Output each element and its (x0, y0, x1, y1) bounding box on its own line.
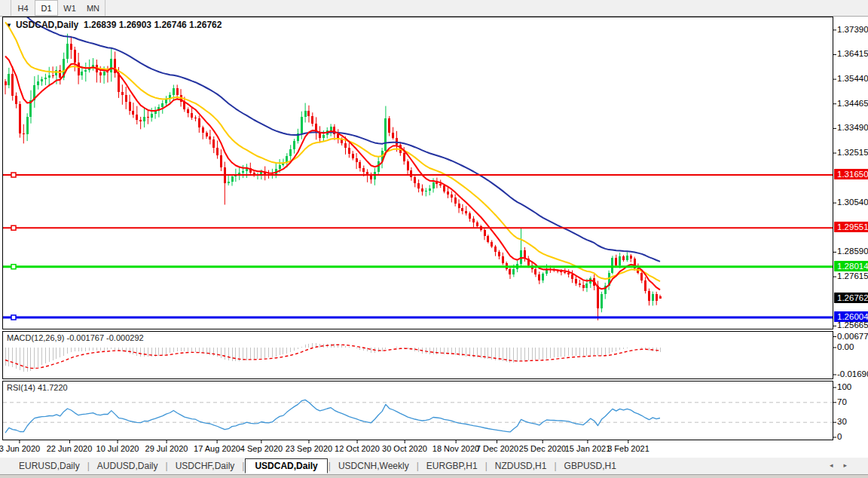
date-axis-label: 23 Sep 2020 (286, 444, 332, 453)
tab-scroll-right-icon[interactable]: ▸ (843, 461, 857, 469)
chart-tab-eurusd[interactable]: EURUSD,Daily (12, 459, 87, 473)
price-line-label: 1.31650 (834, 169, 868, 179)
window-bottom-strip (0, 474, 868, 478)
date-axis-label: 15 Jan 2021 (565, 444, 611, 453)
chart-ohlc-values: 1.26839 1.26903 1.26746 1.26762 (84, 20, 222, 30)
price-axis-tick: 1.33490 (837, 123, 868, 132)
price-axis-tick: 1.35440 (837, 74, 868, 83)
date-axis-label: 25 Dec 2020 (519, 444, 566, 453)
rsi-label: RSI(14) 41.7220 (7, 383, 68, 392)
chart-tab-nzdusd[interactable]: NZDUSD,H1 (488, 459, 554, 473)
chart-symbol: USDCAD,Daily (16, 20, 78, 30)
chart-tab-eurgbp[interactable]: EURGBP,H1 (420, 459, 484, 473)
chart-tab-gbpusd[interactable]: GBPUSD,H1 (558, 459, 623, 473)
macd-axis-tick: 0.00 (837, 342, 854, 351)
timeframe-button-w1[interactable]: W1 (58, 0, 81, 16)
date-axis-label: 7 Dec 2020 (476, 444, 518, 453)
price-line-label: 1.26004 (834, 311, 868, 322)
rsi-axis-tick: 0 (837, 432, 842, 441)
tab-separator: | (417, 461, 419, 471)
rsi-axis-tick: 100 (837, 382, 851, 391)
price-axis-tick: 1.30540 (837, 198, 868, 207)
date-axis-label: 29 Jul 2020 (145, 444, 188, 453)
trading-terminal-window: H4D1W1MN ▼USDCAD,Daily 1.26839 1.26903 1… (0, 0, 868, 478)
chevron-down-icon[interactable]: ▼ (6, 22, 12, 29)
timeframe-button-group: H4D1W1MN (11, 0, 105, 16)
date-axis-label: 3 Feb 2021 (607, 444, 649, 453)
date-axis-label: 10 Jul 2020 (96, 444, 139, 453)
date-axis-label: 17 Aug 2020 (194, 444, 240, 453)
timeframe-button-mn[interactable]: MN (81, 0, 105, 16)
date-axis-label: 18 Nov 2020 (432, 444, 479, 453)
chart-title: ▼USDCAD,Daily 1.26839 1.26903 1.26746 1.… (6, 20, 222, 30)
timeframe-toolbar: H4D1W1MN (0, 0, 868, 17)
macd-label: MACD(12,26,9) -0.001767 -0.000292 (7, 333, 144, 342)
chart-tab-usdcnh[interactable]: USDCNH,Weekly (332, 459, 416, 473)
price-line-label: 1.28014 (834, 261, 868, 271)
timeframe-button-d1[interactable]: D1 (35, 0, 58, 16)
tab-separator: | (87, 461, 90, 471)
price-axis-tick: 1.32515 (837, 148, 868, 157)
chart-tab-usdchf[interactable]: USDCHF,Daily (169, 459, 242, 473)
chart-tab-usdcad[interactable]: USDCAD,Daily (245, 458, 327, 473)
price-axis-tick: 1.27615 (837, 271, 868, 280)
tab-separator: | (485, 461, 487, 471)
date-axis-label: 12 Oct 2020 (335, 444, 380, 453)
price-axis-tick: 1.37390 (837, 25, 868, 34)
chart-tab-audusd[interactable]: AUDUSD,Daily (90, 459, 165, 473)
main-chart-pane[interactable] (2, 17, 833, 329)
tab-scroll-left-icon[interactable]: ◂ (830, 461, 844, 469)
tab-separator: | (166, 461, 168, 471)
tab-separator: | (242, 461, 244, 471)
rsi-pane[interactable] (2, 381, 833, 440)
price-axis-tick: 1.34465 (837, 99, 868, 108)
chart-tab-bar: EURUSD,Daily|AUDUSD,Daily|USDCHF,Daily|U… (0, 458, 868, 474)
tab-separator: | (329, 461, 331, 471)
price-line-label: 1.26762 (834, 293, 868, 303)
price-axis-tick: 1.36415 (837, 49, 868, 58)
price-axis-tick: 1.25665 (837, 320, 868, 329)
date-axis-label: 4 Sep 2020 (240, 444, 283, 453)
price-axis-tick: 1.28590 (837, 247, 868, 256)
date-axis-label: 30 Oct 2020 (382, 444, 427, 453)
rsi-axis-tick: 70 (837, 397, 847, 406)
timeframe-button-h4[interactable]: H4 (11, 0, 35, 16)
rsi-axis-tick: 30 (837, 417, 847, 426)
date-axis-label: 3 Jun 2020 (0, 444, 40, 453)
macd-axis-tick: 0.006779 (837, 332, 868, 341)
macd-axis-tick: -0.016907 (837, 369, 868, 378)
tab-separator: | (554, 461, 556, 471)
date-axis-label: 22 Jun 2020 (47, 444, 93, 453)
price-line-label: 1.29551 (834, 222, 868, 232)
tab-scroll-arrows: ◂▸ (830, 461, 857, 469)
